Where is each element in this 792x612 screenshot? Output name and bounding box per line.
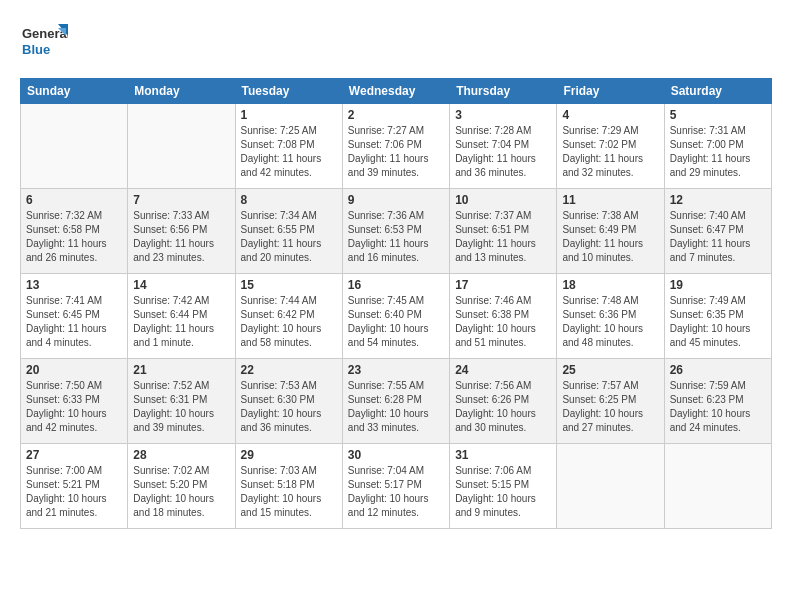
calendar-cell: 29Sunrise: 7:03 AMSunset: 5:18 PMDayligh…: [235, 444, 342, 529]
day-number: 17: [455, 278, 551, 292]
calendar-cell: 2Sunrise: 7:27 AMSunset: 7:06 PMDaylight…: [342, 104, 449, 189]
day-number: 14: [133, 278, 229, 292]
day-info: Sunrise: 7:34 AMSunset: 6:55 PMDaylight:…: [241, 209, 337, 265]
day-number: 29: [241, 448, 337, 462]
calendar-cell: 5Sunrise: 7:31 AMSunset: 7:00 PMDaylight…: [664, 104, 771, 189]
day-info: Sunrise: 7:55 AMSunset: 6:28 PMDaylight:…: [348, 379, 444, 435]
day-number: 21: [133, 363, 229, 377]
day-header-saturday: Saturday: [664, 79, 771, 104]
calendar-week-4: 20Sunrise: 7:50 AMSunset: 6:33 PMDayligh…: [21, 359, 772, 444]
day-info: Sunrise: 7:57 AMSunset: 6:25 PMDaylight:…: [562, 379, 658, 435]
day-number: 10: [455, 193, 551, 207]
calendar-cell: 6Sunrise: 7:32 AMSunset: 6:58 PMDaylight…: [21, 189, 128, 274]
day-info: Sunrise: 7:38 AMSunset: 6:49 PMDaylight:…: [562, 209, 658, 265]
calendar-cell: 22Sunrise: 7:53 AMSunset: 6:30 PMDayligh…: [235, 359, 342, 444]
day-info: Sunrise: 7:32 AMSunset: 6:58 PMDaylight:…: [26, 209, 122, 265]
day-info: Sunrise: 7:36 AMSunset: 6:53 PMDaylight:…: [348, 209, 444, 265]
calendar-cell: 1Sunrise: 7:25 AMSunset: 7:08 PMDaylight…: [235, 104, 342, 189]
day-info: Sunrise: 7:59 AMSunset: 6:23 PMDaylight:…: [670, 379, 766, 435]
calendar-week-1: 1Sunrise: 7:25 AMSunset: 7:08 PMDaylight…: [21, 104, 772, 189]
day-info: Sunrise: 7:33 AMSunset: 6:56 PMDaylight:…: [133, 209, 229, 265]
day-number: 2: [348, 108, 444, 122]
day-number: 28: [133, 448, 229, 462]
day-header-thursday: Thursday: [450, 79, 557, 104]
calendar-cell: 25Sunrise: 7:57 AMSunset: 6:25 PMDayligh…: [557, 359, 664, 444]
calendar-cell: [557, 444, 664, 529]
day-header-tuesday: Tuesday: [235, 79, 342, 104]
day-number: 31: [455, 448, 551, 462]
day-number: 13: [26, 278, 122, 292]
day-info: Sunrise: 7:31 AMSunset: 7:00 PMDaylight:…: [670, 124, 766, 180]
day-header-sunday: Sunday: [21, 79, 128, 104]
calendar-cell: 31Sunrise: 7:06 AMSunset: 5:15 PMDayligh…: [450, 444, 557, 529]
calendar-cell: 4Sunrise: 7:29 AMSunset: 7:02 PMDaylight…: [557, 104, 664, 189]
day-header-friday: Friday: [557, 79, 664, 104]
calendar-table: SundayMondayTuesdayWednesdayThursdayFrid…: [20, 78, 772, 529]
calendar-cell: 27Sunrise: 7:00 AMSunset: 5:21 PMDayligh…: [21, 444, 128, 529]
day-info: Sunrise: 7:25 AMSunset: 7:08 PMDaylight:…: [241, 124, 337, 180]
day-number: 9: [348, 193, 444, 207]
day-number: 12: [670, 193, 766, 207]
day-number: 24: [455, 363, 551, 377]
calendar-cell: 3Sunrise: 7:28 AMSunset: 7:04 PMDaylight…: [450, 104, 557, 189]
logo-icon: General Blue: [20, 16, 68, 68]
day-number: 23: [348, 363, 444, 377]
day-number: 19: [670, 278, 766, 292]
day-info: Sunrise: 7:46 AMSunset: 6:38 PMDaylight:…: [455, 294, 551, 350]
day-info: Sunrise: 7:28 AMSunset: 7:04 PMDaylight:…: [455, 124, 551, 180]
calendar-header-row: SundayMondayTuesdayWednesdayThursdayFrid…: [21, 79, 772, 104]
calendar-cell: 23Sunrise: 7:55 AMSunset: 6:28 PMDayligh…: [342, 359, 449, 444]
calendar-cell: 15Sunrise: 7:44 AMSunset: 6:42 PMDayligh…: [235, 274, 342, 359]
calendar-cell: 11Sunrise: 7:38 AMSunset: 6:49 PMDayligh…: [557, 189, 664, 274]
day-number: 6: [26, 193, 122, 207]
day-number: 4: [562, 108, 658, 122]
calendar-cell: 30Sunrise: 7:04 AMSunset: 5:17 PMDayligh…: [342, 444, 449, 529]
day-number: 15: [241, 278, 337, 292]
day-info: Sunrise: 7:29 AMSunset: 7:02 PMDaylight:…: [562, 124, 658, 180]
calendar-cell: [128, 104, 235, 189]
calendar-cell: [664, 444, 771, 529]
calendar-week-5: 27Sunrise: 7:00 AMSunset: 5:21 PMDayligh…: [21, 444, 772, 529]
day-number: 22: [241, 363, 337, 377]
calendar-cell: 10Sunrise: 7:37 AMSunset: 6:51 PMDayligh…: [450, 189, 557, 274]
day-number: 11: [562, 193, 658, 207]
day-info: Sunrise: 7:44 AMSunset: 6:42 PMDaylight:…: [241, 294, 337, 350]
day-info: Sunrise: 7:50 AMSunset: 6:33 PMDaylight:…: [26, 379, 122, 435]
day-header-monday: Monday: [128, 79, 235, 104]
day-info: Sunrise: 7:02 AMSunset: 5:20 PMDaylight:…: [133, 464, 229, 520]
day-info: Sunrise: 7:04 AMSunset: 5:17 PMDaylight:…: [348, 464, 444, 520]
calendar-cell: 13Sunrise: 7:41 AMSunset: 6:45 PMDayligh…: [21, 274, 128, 359]
day-info: Sunrise: 7:45 AMSunset: 6:40 PMDaylight:…: [348, 294, 444, 350]
calendar-cell: 8Sunrise: 7:34 AMSunset: 6:55 PMDaylight…: [235, 189, 342, 274]
calendar-cell: 28Sunrise: 7:02 AMSunset: 5:20 PMDayligh…: [128, 444, 235, 529]
svg-text:Blue: Blue: [22, 42, 50, 57]
day-info: Sunrise: 7:53 AMSunset: 6:30 PMDaylight:…: [241, 379, 337, 435]
day-info: Sunrise: 7:37 AMSunset: 6:51 PMDaylight:…: [455, 209, 551, 265]
day-info: Sunrise: 7:48 AMSunset: 6:36 PMDaylight:…: [562, 294, 658, 350]
day-number: 1: [241, 108, 337, 122]
day-info: Sunrise: 7:06 AMSunset: 5:15 PMDaylight:…: [455, 464, 551, 520]
calendar-cell: 18Sunrise: 7:48 AMSunset: 6:36 PMDayligh…: [557, 274, 664, 359]
day-number: 5: [670, 108, 766, 122]
day-number: 7: [133, 193, 229, 207]
day-info: Sunrise: 7:03 AMSunset: 5:18 PMDaylight:…: [241, 464, 337, 520]
day-number: 16: [348, 278, 444, 292]
calendar-cell: 19Sunrise: 7:49 AMSunset: 6:35 PMDayligh…: [664, 274, 771, 359]
calendar-cell: [21, 104, 128, 189]
calendar-cell: 20Sunrise: 7:50 AMSunset: 6:33 PMDayligh…: [21, 359, 128, 444]
calendar-week-2: 6Sunrise: 7:32 AMSunset: 6:58 PMDaylight…: [21, 189, 772, 274]
day-number: 30: [348, 448, 444, 462]
day-number: 26: [670, 363, 766, 377]
day-number: 18: [562, 278, 658, 292]
day-info: Sunrise: 7:41 AMSunset: 6:45 PMDaylight:…: [26, 294, 122, 350]
page-header: General Blue: [20, 16, 772, 68]
day-info: Sunrise: 7:52 AMSunset: 6:31 PMDaylight:…: [133, 379, 229, 435]
day-number: 27: [26, 448, 122, 462]
calendar-cell: 17Sunrise: 7:46 AMSunset: 6:38 PMDayligh…: [450, 274, 557, 359]
day-header-wednesday: Wednesday: [342, 79, 449, 104]
calendar-cell: 16Sunrise: 7:45 AMSunset: 6:40 PMDayligh…: [342, 274, 449, 359]
calendar-cell: 14Sunrise: 7:42 AMSunset: 6:44 PMDayligh…: [128, 274, 235, 359]
logo: General Blue: [20, 16, 68, 68]
day-info: Sunrise: 7:56 AMSunset: 6:26 PMDaylight:…: [455, 379, 551, 435]
day-info: Sunrise: 7:40 AMSunset: 6:47 PMDaylight:…: [670, 209, 766, 265]
